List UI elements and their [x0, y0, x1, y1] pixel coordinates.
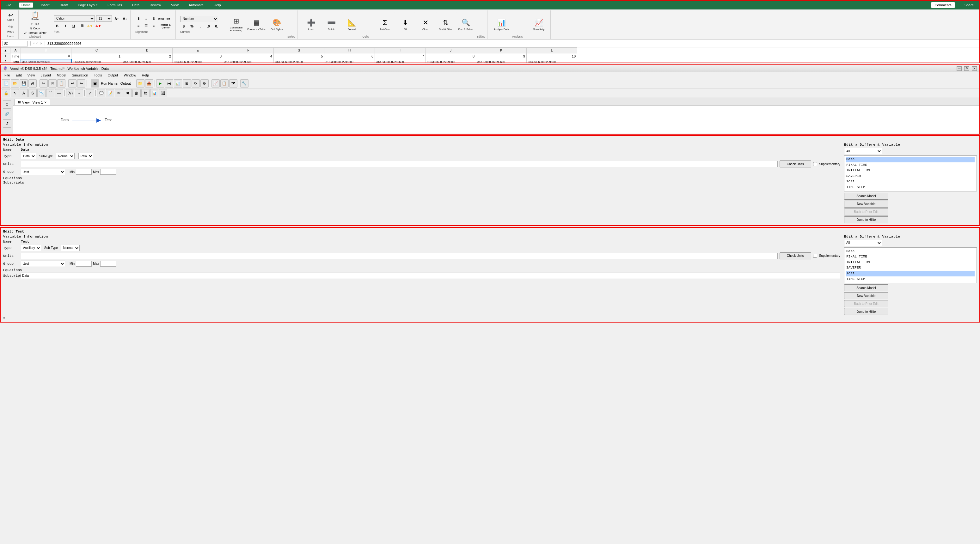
minimize-button[interactable]: — [957, 67, 962, 71]
cell-k2[interactable]: 313.33060002299600 [476, 59, 527, 63]
align-bottom-btn[interactable]: ⬇ [150, 16, 157, 22]
font-decrease-btn[interactable]: A↓ [121, 16, 128, 22]
data-variable-label[interactable]: Data [61, 118, 68, 122]
var-item-time-step-1[interactable]: TIME STEP [846, 184, 975, 190]
var-item-test-2[interactable]: Test [846, 271, 975, 276]
increase-decimal-btn[interactable]: 0. [213, 23, 220, 29]
cell-h1[interactable]: 6 [325, 53, 375, 59]
col-header-i[interactable]: I [375, 48, 425, 53]
optimizer-btn[interactable]: ⚙ [200, 79, 208, 87]
find-select-btn[interactable]: 🔍 Find & Select [457, 12, 476, 37]
menu-tools[interactable]: Tools [91, 73, 105, 78]
menu-model[interactable]: Model [54, 73, 68, 78]
cell-h2[interactable]: 313.33060002299600 [325, 59, 375, 63]
cell-l2[interactable]: 313.33060002299600 [527, 59, 577, 63]
step-btn[interactable]: ⏭ [165, 79, 173, 87]
undo-button[interactable]: ↩Undo [6, 11, 16, 22]
units-input-2[interactable] [21, 253, 778, 259]
var-item-initial-time-2[interactable]: INITIAL TIME [846, 260, 975, 265]
var-item-saveper-1[interactable]: SAVEPER [846, 173, 975, 179]
align-middle-btn[interactable]: ↔ [143, 16, 150, 22]
cell-j2[interactable]: 313.33060002299600 [425, 59, 476, 63]
cut-tool-btn[interactable]: ✂ [40, 79, 48, 87]
format-btn[interactable]: 📐 Format [342, 12, 361, 37]
excel-tab-view[interactable]: View [169, 3, 181, 8]
cell-f1[interactable]: 4 [223, 53, 274, 59]
align-left-btn[interactable]: ≡ [135, 23, 142, 29]
lock-btn[interactable]: 🔒 [2, 89, 10, 97]
excel-tab-home[interactable]: Home [19, 3, 33, 8]
refresh-btn[interactable]: ↺ [3, 119, 11, 128]
var-item-data-2[interactable]: Data [846, 249, 975, 254]
col-header-b[interactable]: B [21, 48, 72, 53]
bold-button[interactable]: B [54, 23, 61, 29]
compare-btn[interactable]: ⊞ [183, 79, 191, 87]
diagram-area[interactable]: Data ▶ Test [13, 106, 979, 134]
test-variable-label[interactable]: Test [105, 118, 111, 122]
all-vars-select-1[interactable]: All [844, 148, 882, 154]
cell-g2[interactable]: 313.33060002299600 [274, 59, 325, 63]
map-btn[interactable]: 🗺 [229, 79, 237, 87]
type-select-1[interactable]: Data [21, 153, 36, 159]
autosum-btn[interactable]: Σ AutoSum [375, 12, 395, 37]
export-btn[interactable]: 📤 [145, 79, 153, 87]
back-to-prior-btn-1[interactable]: Back to Prior Edit [844, 208, 888, 216]
variable-btn[interactable]: ⟨V⟩ [66, 89, 74, 97]
font-increase-btn[interactable]: A↑ [113, 16, 120, 22]
equation-btn[interactable]: fx [141, 89, 150, 97]
cell-i1[interactable]: 7 [375, 53, 425, 59]
share-icon-btn[interactable]: 🔗 [3, 110, 11, 118]
col-header-d[interactable]: D [122, 48, 173, 53]
check-units-btn-2[interactable]: Check Units [780, 252, 811, 259]
col-header-k[interactable]: K [476, 48, 527, 53]
print-btn[interactable]: 🖨 [29, 79, 37, 87]
curve-btn[interactable]: ⌒ [46, 89, 54, 97]
excel-tab-page-layout[interactable]: Page Layout [75, 3, 100, 8]
search-model-btn-2[interactable]: Search Model [844, 284, 888, 291]
subtype-select-2[interactable]: Normal [61, 245, 80, 251]
underline-button[interactable]: U [70, 23, 77, 29]
paste-button[interactable]: 📋Paste [30, 11, 40, 22]
fill-color-button[interactable]: A▼ [87, 23, 94, 29]
var-item-final-time-2[interactable]: FINAL TIME [846, 254, 975, 260]
menu-window[interactable]: Window [121, 73, 138, 78]
var-item-data-1[interactable]: Data [846, 157, 975, 162]
excel-tab-automate[interactable]: Automate [186, 3, 206, 8]
wrap-text-btn[interactable]: Wrap Text [158, 16, 170, 22]
picture-btn[interactable]: 🖼 [159, 89, 167, 97]
supplementary-check-1[interactable] [813, 162, 817, 166]
menu-output[interactable]: Output [105, 73, 121, 78]
table-btn[interactable]: 📋 [220, 79, 229, 87]
min-input-1[interactable] [76, 169, 92, 175]
col-header-c[interactable]: C [72, 48, 122, 53]
units-input-1[interactable] [21, 161, 778, 167]
all-vars-select-2[interactable]: All [844, 240, 882, 246]
group-select-2[interactable]: .test [21, 261, 65, 267]
conditional-formatting-btn[interactable]: ⊞ Conditional Formatting [227, 12, 246, 37]
col-header-a[interactable]: A [10, 48, 21, 53]
paste-tool-btn[interactable]: 📋 [57, 79, 65, 87]
open-btn[interactable]: 📂 [11, 79, 19, 87]
var-item-saveper-2[interactable]: SAVEPER [846, 265, 975, 271]
align-right-btn[interactable]: ≡ [150, 23, 157, 29]
italic-button[interactable]: I [62, 23, 69, 29]
undo-tool-btn[interactable]: ↩ [68, 79, 76, 87]
type-select-2[interactable]: Auxiliary [21, 245, 41, 251]
cell-e2[interactable]: 313.33060002299600 [173, 59, 223, 63]
cell-l1[interactable]: 10 [527, 53, 577, 59]
insert-btn[interactable]: ➕ Insert [302, 12, 321, 37]
supplementary-check-2[interactable] [813, 254, 817, 258]
col-header-f[interactable]: F [223, 48, 274, 53]
number-format-select[interactable]: Number [180, 16, 218, 22]
cell-f2[interactable]: 313.33060002299600 [223, 59, 274, 63]
excel-tab-help[interactable]: Help [211, 3, 223, 8]
excel-tab-insert[interactable]: Insert [38, 3, 52, 8]
col-header-g[interactable]: G [274, 48, 325, 53]
cell-k1[interactable]: 9 [476, 53, 527, 59]
cell-a2[interactable]: Data [10, 59, 21, 63]
excel-tab-formulas[interactable]: Formulas [105, 3, 124, 8]
group-select-1[interactable]: .test [21, 169, 65, 175]
var-item-initial-time-1[interactable]: INITIAL TIME [846, 168, 975, 173]
clear-btn[interactable]: ✕ Clear [416, 12, 435, 37]
load-dataset-btn[interactable]: 📊 [174, 79, 182, 87]
